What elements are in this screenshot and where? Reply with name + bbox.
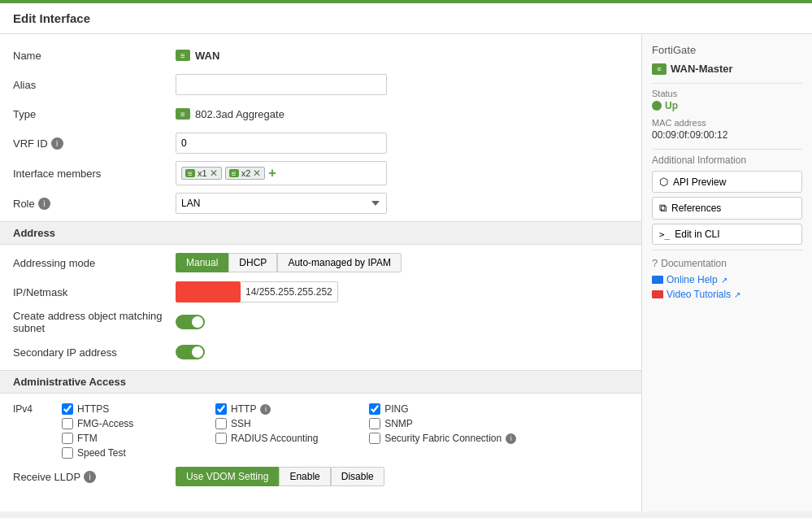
online-help-link[interactable]: Online Help ↗ — [652, 274, 802, 285]
cb-http[interactable]: HTTP i — [215, 403, 363, 415]
sfc-info-icon[interactable]: i — [506, 433, 516, 444]
ip-prefix-input[interactable] — [176, 281, 241, 303]
cb-https[interactable]: HTTPS — [62, 403, 209, 415]
rp-divider3 — [652, 250, 802, 250]
lldp-disable-btn[interactable]: Disable — [331, 467, 384, 486]
add-member-btn[interactable]: + — [268, 167, 276, 180]
lldp-control: Use VDOM Setting Enable Disable — [176, 467, 628, 486]
cb-fmg-label: FMG-Access — [77, 418, 133, 429]
create-addr-toggle[interactable] — [176, 315, 205, 329]
cb-http-input[interactable] — [215, 403, 227, 415]
edit-cli-btn[interactable]: >_ Edit in CLI — [652, 224, 802, 245]
api-preview-btn[interactable]: ⬡ API Preview — [652, 171, 802, 193]
cb-sfc-input[interactable] — [369, 433, 380, 444]
rp-divider2 — [652, 149, 802, 150]
rp-fortigate-label: FortiGate — [652, 44, 802, 56]
role-control: LAN WAN DMZ Undefined — [176, 193, 628, 214]
cb-ssh-label: SSH — [231, 418, 251, 429]
cb-snmp-input[interactable] — [369, 418, 380, 429]
rp-doc-section: ? Documentation Online Help ↗ Video Tuto… — [652, 257, 802, 300]
remove-x1-btn[interactable]: ✕ — [210, 168, 218, 178]
addr-mode-ipam[interactable]: Auto-managed by IPAM — [277, 253, 402, 272]
create-addr-slider — [176, 315, 205, 329]
rp-doc-question-icon: ? — [652, 257, 658, 269]
ipv4-label: IPv4 — [13, 400, 62, 415]
http-info-icon[interactable]: i — [260, 404, 271, 415]
create-addr-control — [176, 315, 628, 329]
api-preview-icon: ⬡ — [659, 176, 668, 188]
ipv4-checkboxes: HTTPS HTTP i PING — [62, 400, 516, 459]
create-addr-row: Create address object matching subnet — [13, 310, 628, 334]
cb-speedtest-label: Speed Test — [77, 447, 126, 459]
form-area: Name WAN Alias Type 802.3ad Aggregate — [0, 34, 641, 511]
cb-sfc-label: Security Fabric Connection — [384, 433, 502, 444]
rp-doc-label: Documentation — [661, 258, 727, 269]
addr-mode-manual[interactable]: Manual — [176, 253, 228, 272]
rp-mac-value: 00:09:0f:09:00:12 — [652, 129, 802, 141]
cb-ftm-label: FTM — [77, 433, 98, 444]
lldp-row: Receive LLDP i Use VDOM Setting Enable D… — [13, 465, 628, 488]
cb-snmp-label: SNMP — [384, 418, 413, 429]
name-row: Name WAN — [13, 44, 628, 67]
addr-mode-label: Addressing mode — [13, 257, 176, 269]
references-label: References — [671, 202, 721, 214]
rp-add-info-label: Additional Information — [652, 155, 802, 166]
type-label: Type — [13, 108, 176, 120]
type-icon — [176, 108, 190, 120]
vrf-row: VRF ID i — [13, 132, 628, 155]
video-tutorials-link[interactable]: Video Tutorials ↗ — [652, 289, 802, 300]
role-select[interactable]: LAN WAN DMZ Undefined — [176, 193, 387, 214]
name-text: WAN — [195, 50, 219, 62]
rp-status-value: Up — [652, 100, 802, 111]
cb-ssh-input[interactable] — [215, 418, 227, 429]
lldp-enable-btn[interactable]: Enable — [279, 467, 330, 486]
rp-mac-section: MAC address 00:09:0f:09:00:12 — [652, 118, 802, 141]
member-x1: x1 ✕ — [181, 167, 222, 180]
status-text: Up — [665, 100, 678, 111]
cb-ftm-input[interactable] — [62, 433, 73, 444]
ip-suffix: 14/255.255.255.252 — [241, 281, 338, 303]
cb-https-input[interactable] — [62, 403, 73, 415]
video-tutorials-icon — [652, 290, 663, 298]
admin-section-header: Administrative Access — [0, 370, 641, 394]
online-help-label: Online Help — [667, 274, 718, 285]
member-icon-x2 — [229, 169, 239, 177]
secondary-ip-control — [176, 345, 628, 359]
cb-ping-input[interactable] — [369, 403, 380, 415]
main-layout: Name WAN Alias Type 802.3ad Aggregate — [0, 34, 812, 511]
cb-radius-input[interactable] — [215, 433, 227, 444]
cb-speedtest-input[interactable] — [62, 447, 73, 459]
addr-mode-dhcp[interactable]: DHCP — [228, 253, 277, 272]
addr-modes: Manual DHCP Auto-managed by IPAM — [176, 253, 402, 272]
remove-x2-btn[interactable]: ✕ — [253, 168, 261, 178]
online-help-icon — [652, 276, 663, 284]
lldp-vdom-btn[interactable]: Use VDOM Setting — [176, 467, 279, 486]
rp-device-name-text: WAN-Master — [671, 63, 733, 75]
alias-input[interactable] — [176, 74, 387, 95]
page-title: Edit Interface — [0, 3, 812, 34]
cb-radius[interactable]: RADIUS Accounting — [215, 433, 363, 444]
cb-ping[interactable]: PING — [369, 403, 516, 415]
members-row: Interface members x1 ✕ x2 ✕ + — [13, 161, 628, 185]
cb-fmg[interactable]: FMG-Access — [62, 418, 209, 429]
rp-device-name: ≡ WAN-Master — [652, 63, 802, 75]
cb-radius-label: RADIUS Accounting — [231, 433, 318, 444]
member-label-x2: x2 — [241, 168, 251, 178]
cb-fmg-input[interactable] — [62, 418, 73, 429]
api-preview-label: API Preview — [673, 176, 726, 188]
vrf-input[interactable] — [176, 133, 387, 154]
role-info-icon[interactable]: i — [38, 198, 50, 210]
cb-ftm[interactable]: FTM — [62, 433, 209, 444]
ip-row: IP/Netmask 14/255.255.255.252 — [13, 281, 628, 303]
cb-sfc[interactable]: Security Fabric Connection i — [369, 433, 516, 444]
rp-divider1 — [652, 83, 802, 84]
vrf-info-icon[interactable]: i — [51, 137, 63, 150]
cb-snmp[interactable]: SNMP — [369, 418, 516, 429]
ipv4-row: IPv4 HTTPS HTTP i — [13, 400, 628, 459]
members-control: x1 ✕ x2 ✕ + — [176, 161, 628, 185]
cb-ssh[interactable]: SSH — [215, 418, 363, 429]
secondary-ip-toggle[interactable] — [176, 345, 205, 359]
references-btn[interactable]: ⧉ References — [652, 197, 802, 220]
lldp-info-icon[interactable]: i — [84, 471, 96, 483]
cb-speedtest[interactable]: Speed Test — [62, 447, 209, 459]
